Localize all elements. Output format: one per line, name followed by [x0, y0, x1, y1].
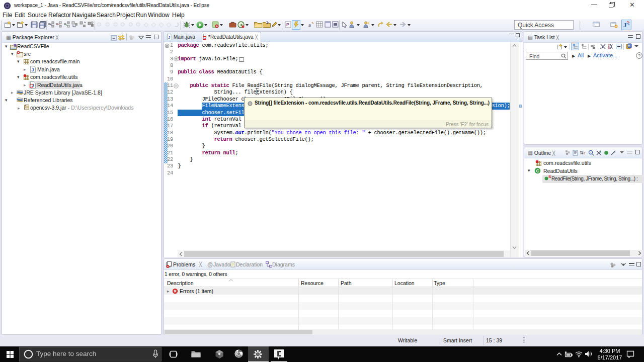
- svg-text:J: J: [32, 67, 34, 72]
- svg-text:C: C: [536, 168, 540, 173]
- svg-text:J: J: [623, 21, 627, 29]
- svg-text:x: x: [614, 150, 615, 153]
- svg-text:?: ?: [638, 53, 640, 58]
- svg-text:J: J: [168, 35, 170, 40]
- svg-text:a: a: [308, 22, 311, 28]
- svg-text:P: P: [286, 22, 289, 27]
- svg-text:s: s: [600, 150, 601, 153]
- svg-text:⇅z: ⇅z: [580, 150, 586, 155]
